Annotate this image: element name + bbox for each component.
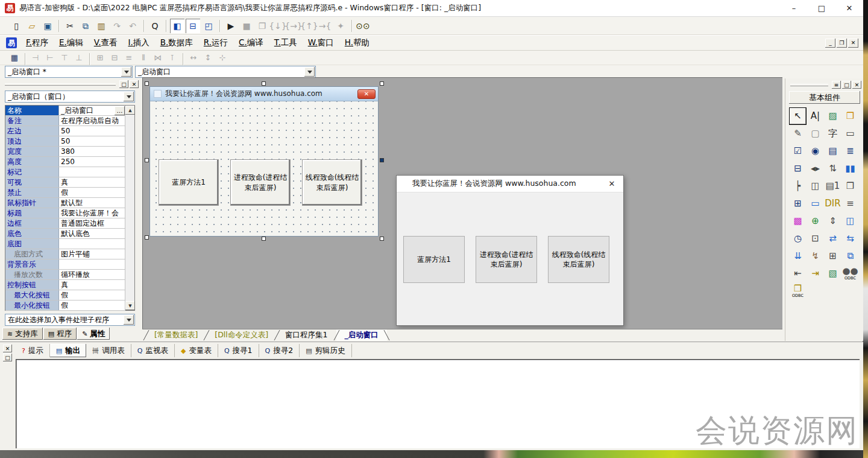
document-tab[interactable]: [常量数据表]	[146, 329, 206, 341]
align-toolbar-icon[interactable]: ⊟	[108, 52, 121, 64]
align-toolbar-icon[interactable]: ⊞	[93, 52, 107, 64]
align-toolbar-icon[interactable]: ≡	[122, 52, 136, 64]
output-tab[interactable]: ▤ 剪辑历史	[300, 344, 351, 357]
object-selector-combo[interactable]: _启动窗口	[135, 66, 316, 78]
property-value[interactable]: 真	[59, 280, 125, 290]
property-row[interactable]: 背景音乐 …	[5, 259, 125, 270]
property-value[interactable]: _启动窗口	[59, 106, 115, 115]
toolbar-icon[interactable]: →{	[318, 19, 332, 33]
form-button[interactable]: 线程致命(线程结束后蓝屏)	[302, 159, 362, 206]
scroll-up-icon[interactable]: ▲	[125, 106, 135, 115]
panel-menu-button[interactable]: ≡	[832, 81, 841, 89]
selection-handle[interactable]	[145, 235, 149, 240]
property-row[interactable]: 高度 250 …	[5, 157, 125, 167]
property-value[interactable]: 50	[59, 136, 125, 146]
menu-item[interactable]: V.查看	[89, 35, 123, 51]
property-row[interactable]: 底色 默认底色 …	[5, 229, 125, 239]
maximize-button[interactable]: □	[808, 0, 835, 17]
property-row[interactable]: 名称 _启动窗口 …	[5, 106, 125, 116]
toolbox-icon[interactable]: ●● ODBC	[841, 265, 859, 282]
menu-item[interactable]: E.编辑	[54, 35, 89, 51]
panel-close-button[interactable]: ✕	[130, 80, 139, 88]
toolbar-icon[interactable]: ↷	[110, 19, 124, 33]
menu-item[interactable]: T.工具	[269, 35, 303, 51]
property-value[interactable]	[59, 167, 125, 177]
output-tab[interactable]: ▤ 输出	[50, 344, 86, 357]
menu-item[interactable]: F.程序	[20, 35, 54, 51]
menu-item[interactable]: R.运行	[198, 35, 233, 51]
preview-window[interactable]: 我要让你蓝屏！会说资源网 www.husohua.com ✕ 蓝屏方法1 进程致…	[396, 175, 624, 326]
align-toolbar-icon[interactable]: ⊥	[72, 52, 86, 64]
selection-handle[interactable]	[262, 237, 266, 241]
designer-title-bar[interactable]: 我要让你蓝屏！会说资源网 www.husohua.com ✕	[150, 87, 378, 101]
toolbar-icon[interactable]: ❐	[255, 19, 269, 33]
toolbar-icon[interactable]: ▯	[9, 19, 24, 33]
toolbox-icon[interactable]: ▤1	[824, 177, 841, 195]
toolbox-icon[interactable]: ≣	[841, 142, 859, 160]
panel-maximize-button[interactable]: □	[119, 80, 128, 88]
property-row[interactable]: 控制按钮 真 …	[5, 280, 125, 290]
scroll-down-icon[interactable]: ▼	[125, 301, 135, 310]
designer-close-icon[interactable]: ✕	[357, 89, 376, 99]
property-row[interactable]: 标记 …	[5, 167, 125, 177]
toolbox-icon[interactable]: ◫	[841, 212, 859, 230]
toolbox-icon[interactable]: ☑	[789, 142, 807, 160]
toolbar-icon[interactable]: ▶	[224, 19, 238, 33]
output-tab[interactable]: ? 提示	[16, 344, 50, 357]
property-row[interactable]: 左边 50 …	[5, 126, 125, 136]
toolbox-icon[interactable]: ▢	[807, 125, 824, 142]
toolbox-icon[interactable]: ↖	[789, 107, 807, 125]
panel-maximize-button[interactable]: □	[842, 81, 851, 89]
toolbar-icon[interactable]: {↓}	[271, 19, 285, 33]
toolbox-icon[interactable]: ◷	[789, 230, 807, 247]
toolbox-icon[interactable]: ⊕	[807, 212, 824, 230]
toolbar-icon[interactable]: Q	[148, 19, 162, 33]
toolbar-icon[interactable]: ▱	[25, 19, 39, 33]
document-tab[interactable]: [Dll命令定义表]	[206, 329, 277, 341]
property-value[interactable]	[59, 239, 125, 249]
align-toolbar-icon[interactable]: ↕	[201, 52, 215, 64]
dropdown-arrow-icon[interactable]	[124, 92, 134, 101]
toolbox-icon[interactable]: ≡	[841, 195, 859, 212]
toolbar-icon[interactable]: ◰	[201, 19, 216, 33]
toolbar-icon[interactable]: ⊟	[186, 19, 200, 33]
property-value[interactable]: 默认型	[59, 198, 125, 208]
property-row[interactable]: 备注 在程序启动后自动 …	[5, 116, 125, 126]
property-object-combo[interactable]: _启动窗口（窗口）	[5, 91, 135, 103]
property-row[interactable]: 底图方式 图片平铺 …	[5, 249, 125, 259]
ellipsis-button[interactable]: …	[115, 106, 125, 115]
dropdown-arrow-icon[interactable]	[124, 315, 134, 325]
toolbox-icon[interactable]: ◉	[807, 142, 824, 160]
left-panel-tab[interactable]: ✎ 属性	[77, 328, 110, 340]
toolbar-icon[interactable]: {→}	[286, 19, 301, 33]
property-row[interactable]: 最大化按钮 假 …	[5, 290, 125, 301]
output-tab[interactable]: Q 搜寻1	[218, 344, 259, 357]
property-value[interactable]: 真	[59, 177, 125, 187]
toolbox-icon[interactable]: ⇅	[824, 160, 841, 177]
output-tab[interactable]: Q 搜寻2	[259, 344, 300, 357]
property-value[interactable]: 假	[59, 290, 125, 300]
property-value[interactable]: 假	[59, 188, 125, 197]
property-value[interactable]: 假	[59, 301, 125, 310]
dropdown-arrow-icon[interactable]	[121, 67, 131, 77]
align-toolbar-icon[interactable]: ⊤	[58, 52, 71, 64]
align-toolbar-icon[interactable]: ⫴	[137, 52, 150, 64]
mdi-restore-button[interactable]: ❐	[837, 39, 847, 48]
toolbox-icon[interactable]: ▩	[789, 212, 807, 230]
document-tab[interactable]: 窗口程序集1	[277, 329, 336, 341]
toolbox-icon[interactable]: ⇥	[807, 265, 824, 282]
property-value[interactable]: 我要让你蓝屏！会	[59, 208, 125, 218]
toolbar-icon[interactable]: ▥	[94, 19, 108, 33]
toolbox-icon[interactable]: ⊞	[824, 247, 841, 265]
toolbox-icon[interactable]: ⊡	[807, 230, 824, 247]
toolbox-icon[interactable]: ❒	[841, 177, 859, 195]
form-button[interactable]: 进程致命(进程结束后蓝屏)	[230, 159, 291, 206]
menu-item[interactable]: C.编译	[233, 35, 269, 51]
property-value[interactable]: 50	[59, 126, 125, 136]
selection-handle[interactable]	[380, 81, 384, 86]
toolbox-icon[interactable]: ⊟	[789, 160, 807, 177]
selection-handle[interactable]	[380, 237, 384, 241]
toolbar-icon[interactable]: ▣	[40, 19, 55, 33]
toolbox-icon[interactable]: ⇄	[824, 230, 841, 247]
toolbox-icon[interactable]: ▧	[824, 265, 841, 282]
